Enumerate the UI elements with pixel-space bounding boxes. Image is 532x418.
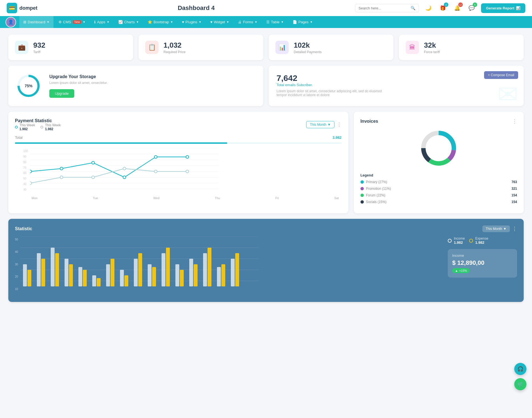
promotion-color xyxy=(360,187,364,190)
svg-rect-33 xyxy=(27,270,31,286)
email-bg-icon: ✉ xyxy=(497,80,518,106)
invoices-donut-svg xyxy=(419,129,458,168)
statistic-y-axis: 50 40 30 20 10 xyxy=(15,237,18,292)
widget-nav-arrow: ▼ xyxy=(226,20,229,24)
svg-rect-51 xyxy=(152,267,156,286)
moon-icon: 🌙 xyxy=(425,5,431,11)
y-20: 20 xyxy=(15,275,18,278)
bell-button[interactable]: 🔔 12 xyxy=(452,3,462,13)
legend-left-promotion: Promotion (11%) xyxy=(360,187,391,191)
apps-nav-icon: ℹ xyxy=(94,20,96,24)
x-label-thu: Thu xyxy=(215,196,220,200)
nav-item-forms[interactable]: 🖨 Forms ▼ xyxy=(234,16,261,28)
legend-item-2: This Week 1.982 xyxy=(40,123,60,131)
stat-card-tariff: 💼 932 Tariff xyxy=(8,35,133,60)
income-legend: Income 1.982 xyxy=(448,237,465,245)
logo: 💳 dompet xyxy=(7,3,37,13)
statistic-filter-button[interactable]: This Month ▼ xyxy=(482,225,510,232)
nav-item-table[interactable]: ☰ Table ▼ xyxy=(262,16,288,28)
svg-rect-61 xyxy=(221,264,225,286)
nav-item-plugins[interactable]: ♥ Plugins ▼ xyxy=(178,16,205,28)
gift-button[interactable]: 🎁 2 xyxy=(438,3,448,13)
bar-chart-inner: 50 40 30 20 10 xyxy=(15,237,442,292)
nav-item-dashboard[interactable]: ⊞ Dashboard ▼ xyxy=(19,16,53,28)
chat-badge: 5 xyxy=(473,2,477,7)
bootstrap-nav-arrow: ▼ xyxy=(170,20,173,24)
primary-color xyxy=(360,180,364,184)
tariff-info: 932 Tariff xyxy=(33,41,45,54)
statistic-more-icon[interactable]: ⋮ xyxy=(512,226,517,232)
chat-button[interactable]: 💬 5 xyxy=(467,3,477,13)
payment-card: Payment Statistic This Week 1.982 xyxy=(8,112,348,213)
nav-item-charts[interactable]: 📈 Charts ▼ xyxy=(114,16,143,28)
nav-item-pages[interactable]: 📄 Pages ▼ xyxy=(289,16,317,28)
svg-rect-45 xyxy=(111,259,114,286)
svg-rect-54 xyxy=(175,264,179,286)
mid-row: 75% Upgrade Your Storage Lorem ipsum dol… xyxy=(8,66,524,106)
email-card: + Compose Email 7,642 Total emails Subcr… xyxy=(269,66,524,106)
invoices-header: Invoices ⋮ xyxy=(360,118,517,124)
svg-rect-43 xyxy=(97,278,101,286)
generate-report-label: Generate Report xyxy=(486,6,514,10)
payment-chart-wrapper: 100 90 80 70 60 50 40 30 xyxy=(15,148,342,200)
payments-icon: 📊 xyxy=(275,41,289,54)
total-bar-fill xyxy=(15,142,227,144)
header: 💳 dompet Dashboard 4 🔍 🌙 🎁 2 🔔 12 💬 5 Ge… xyxy=(0,0,532,16)
forum-color xyxy=(360,194,364,197)
svg-rect-35 xyxy=(41,259,45,286)
pages-nav-label: Pages xyxy=(298,20,309,24)
y-30: 30 xyxy=(23,188,28,191)
svg-rect-42 xyxy=(92,275,96,286)
nav-item-cms[interactable]: ⚙ CMS New ▼ xyxy=(55,16,89,28)
socials-count: 154 xyxy=(511,200,517,204)
y-40: 40 xyxy=(15,250,18,253)
svg-rect-59 xyxy=(208,248,211,286)
search-input[interactable] xyxy=(359,6,408,10)
statistic-filter-label: This Month xyxy=(486,227,502,231)
bootstrap-nav-icon: ⭐ xyxy=(148,20,152,24)
charts-nav-label: Charts xyxy=(124,20,135,24)
nav-item-bootstrap[interactable]: ⭐ Bootstrap ▼ xyxy=(144,16,177,28)
bootstrap-nav-label: Bootstrap xyxy=(154,20,169,24)
email-sub-label: Total emails Subcriber. xyxy=(277,83,516,87)
payment-legend: This Week 1.982 This Week 1.982 xyxy=(15,123,61,131)
income-section-label: Income xyxy=(452,253,513,258)
svg-rect-56 xyxy=(189,259,193,286)
svg-point-10 xyxy=(30,170,32,173)
socials-label: Socials (15%) xyxy=(366,200,387,204)
gift-badge: 2 xyxy=(444,2,448,7)
income-amount: $ 12,890,00 xyxy=(452,259,513,266)
forms-nav-icon: 🖨 xyxy=(238,20,242,24)
payment-header: Payment Statistic This Week 1.982 xyxy=(15,118,342,131)
compose-email-button[interactable]: + Compose Email xyxy=(484,71,518,79)
svg-rect-39 xyxy=(69,264,73,286)
expense-legend-label: Expense xyxy=(475,237,488,240)
invoices-legend: Legend Primary (27%) 763 Promotion (11%)… xyxy=(360,173,517,204)
nav-item-widget[interactable]: ♥ Widget ▼ xyxy=(206,16,233,28)
price-label: Required Price xyxy=(163,50,185,54)
invoices-more-icon[interactable]: ⋮ xyxy=(512,118,517,124)
this-month-filter[interactable]: This Month ▼ xyxy=(306,121,334,128)
expense-circle xyxy=(469,239,473,243)
payment-left: Payment Statistic This Week 1.982 xyxy=(15,118,61,131)
moon-toggle[interactable]: 🌙 xyxy=(423,3,433,13)
tariff-label: Tariff xyxy=(33,50,45,54)
apps-nav-arrow: ▼ xyxy=(107,20,109,24)
statistic-controls: This Month ▼ ⋮ xyxy=(482,225,517,232)
svg-rect-38 xyxy=(65,259,68,286)
more-options-icon[interactable]: ⋮ xyxy=(337,122,342,128)
payments-info: 102k Detailed Payments xyxy=(294,41,322,54)
svg-rect-48 xyxy=(134,259,138,286)
legend-2-label: This Week xyxy=(45,123,60,127)
y-80: 80 xyxy=(23,161,28,164)
upgrade-button[interactable]: Upgrade xyxy=(49,89,74,98)
svg-point-11 xyxy=(60,167,63,170)
main-content: 💼 932 Tariff 📋 1,032 Required Price 📊 10… xyxy=(0,28,532,309)
svg-point-12 xyxy=(92,161,94,164)
email-count: 7,642 xyxy=(277,73,516,83)
svg-rect-58 xyxy=(203,253,207,286)
nav-item-apps[interactable]: ℹ Apps ▼ xyxy=(90,16,113,28)
legend-title: Legend xyxy=(360,173,517,177)
generate-report-button[interactable]: Generate Report 📊 xyxy=(481,3,525,13)
bell-badge: 12 xyxy=(458,2,463,7)
